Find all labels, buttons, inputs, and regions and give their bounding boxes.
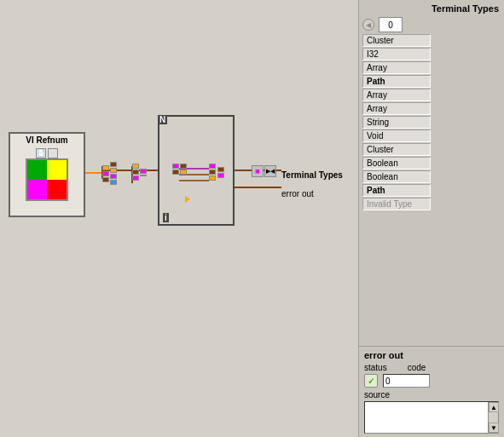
index-box: 0 [379,17,403,32]
terminal-btn-path-2[interactable]: Path [362,184,431,197]
vi-block: VI Refnum 📄 [9,132,85,217]
terminal-list: Cluster I32 Array Path Array Array Strin… [359,34,504,210]
panel-title: Terminal Types [359,0,504,15]
scroll-up-btn[interactable]: ▲ [489,402,499,412]
source-label: source [364,390,499,400]
terminal-row-10: Boolean [362,170,501,183]
terminal-row-6: String [362,116,501,129]
terminal-btn-array-3[interactable]: Array [362,102,431,115]
terminal-row-1: I32 [362,48,501,60]
canvas-area: VI Refnum VI Refnum 📄 [0,0,358,437]
inner-connector [172,164,187,175]
source-box: ▲ ▼ [364,401,499,434]
connector-block-left [102,162,117,185]
vi-icon-q1 [27,160,47,180]
vi-icon-q2 [47,160,67,180]
vi-block-label: VI Refnum [26,135,67,145]
terminal-btn-string[interactable]: String [362,116,431,129]
vi-icons-row: 📄 [36,148,58,158]
terminal-row-12: Invalid Type [362,198,501,210]
terminal-btn-invalid[interactable]: Invalid Type [362,198,431,210]
terminal-btn-path-1[interactable]: Path [362,75,431,88]
status-label: status [364,363,387,372]
terminal-row-2: Array [362,61,501,74]
n-label: N [158,115,167,124]
code-box: 0 [383,374,430,388]
terminal-row-0: Cluster [362,34,501,47]
source-area: source ▲ ▼ [364,390,499,434]
arrow-left-icon[interactable]: ◀ [362,19,374,31]
terminal-btn-boolean-2[interactable]: Boolean [362,170,431,183]
terminal-row-11: Path [362,184,501,197]
vi-icon-file: 📄 [36,148,46,158]
vi-icon-q4 [47,180,67,199]
terminal-row-5: Array [362,102,501,115]
output-connector: ◼ ▶◀ [252,165,276,177]
terminal-row-9: Boolean [362,157,501,170]
terminal-row-3: Path [362,75,501,88]
status-icon: ✓ [364,374,378,388]
terminal-btn-array-2[interactable]: Array [362,89,431,101]
checkmark-icon: ✓ [368,377,374,386]
index-row: ◀ 0 [359,15,504,34]
terminal-btn-i32[interactable]: I32 [362,48,431,60]
code-label: code [408,363,426,372]
terminal-btn-array-1[interactable]: Array [362,61,431,74]
terminal-row-4: Array [362,89,501,101]
terminal-btn-cluster[interactable]: Cluster [362,34,431,47]
error-values-row: ✓ 0 [364,374,499,388]
connector-block-mid [132,164,147,181]
vi-color-icon [26,158,68,201]
terminal-types-canvas-label: Terminal Types [281,170,343,180]
terminal-btn-boolean-1[interactable]: Boolean [362,157,431,170]
scrollbar-vertical[interactable]: ▲ ▼ [488,402,498,433]
i-label: i [163,213,169,222]
error-out-title: error out [364,350,499,360]
error-out-canvas-label: error out [281,189,314,198]
terminal-row-7: Void [362,129,501,142]
terminal-row-8: Cluster [362,143,501,156]
error-section: error out status code ✓ 0 source ▲ ▼ [359,346,504,437]
right-panel: Terminal Types ◀ 0 Cluster I32 Array Pat… [358,0,504,437]
scroll-down-btn[interactable]: ▼ [489,423,499,433]
vi-icon-q3 [27,180,47,199]
connector-block-right [209,164,224,181]
terminal-btn-void[interactable]: Void [362,129,431,142]
code-value: 0 [385,377,391,386]
error-status-row: status code [364,363,499,372]
vi-icon-sq [48,148,58,158]
terminal-btn-cluster-2[interactable]: Cluster [362,143,431,156]
triangle-indicator [185,196,190,203]
